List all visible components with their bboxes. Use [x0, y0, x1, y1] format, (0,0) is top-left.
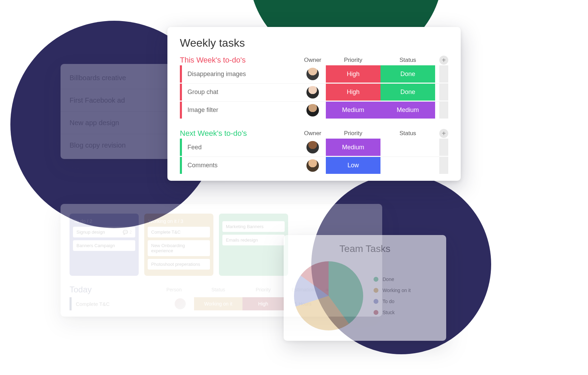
status-cell[interactable] — [380, 139, 435, 156]
legend-item: Working on it — [374, 288, 411, 293]
today-col-header-person: Person — [166, 287, 194, 292]
legend-dot-icon — [374, 310, 378, 315]
task-name: Comments — [182, 157, 300, 174]
avatar[interactable] — [306, 86, 319, 99]
legend-item: Done — [374, 276, 411, 282]
legend-item: Stuck — [374, 310, 411, 315]
today-task-name: Complete T&C — [72, 301, 166, 307]
task-row[interactable]: Group chat High Done — [180, 83, 448, 101]
col-header-priority: Priority — [326, 57, 380, 64]
avatar[interactable] — [306, 159, 319, 172]
row-tail — [439, 157, 448, 174]
team-tasks-pie-chart — [294, 261, 363, 330]
task-row[interactable]: Feed Medium — [180, 139, 448, 156]
task-name: Image filter — [182, 102, 300, 119]
priority-cell[interactable]: Medium — [326, 102, 380, 119]
kanban-task[interactable]: Signup design 💬 2 — [73, 227, 135, 237]
legend-label: To do — [383, 299, 394, 304]
today-section-title: Today — [70, 285, 166, 294]
team-tasks-title: Team Tasks — [294, 243, 436, 254]
priority-cell[interactable]: Medium — [326, 139, 380, 156]
status-cell[interactable]: Done — [380, 84, 435, 101]
legend-dot-icon — [374, 299, 378, 304]
status-cell[interactable]: Medium — [380, 102, 435, 119]
avatar[interactable] — [306, 104, 319, 116]
col-header-status: Status — [380, 57, 435, 64]
task-row[interactable]: Disappearing images High Done — [180, 65, 448, 83]
kanban-task[interactable]: New Onboarding experience — [148, 240, 210, 256]
add-column-button[interactable]: + — [439, 129, 448, 138]
row-tail — [439, 139, 448, 156]
kanban-task[interactable]: Banners Campaign — [73, 240, 135, 251]
legend-dot-icon — [374, 288, 378, 293]
section-title-this-week: This Week's to-do's — [180, 56, 300, 65]
kanban-col-working[interactable]: Working on it / 3 Complete T&C New Onboa… — [144, 214, 213, 276]
task-name: Group chat — [182, 84, 300, 101]
kanban-task-label: Signup design — [76, 229, 105, 235]
col-header-status: Status — [380, 130, 435, 137]
task-row[interactable]: Comments Low — [180, 157, 448, 174]
today-col-header-priority: Priority — [242, 287, 284, 292]
legend-label: Working on it — [383, 288, 411, 293]
col-header-priority: Priority — [326, 130, 380, 137]
legend-dot-icon — [374, 277, 378, 282]
kanban-col-title: To do / 2 — [74, 218, 92, 224]
priority-cell[interactable]: Low — [326, 157, 380, 174]
status-badge[interactable]: Working on it — [194, 297, 242, 310]
team-tasks-card: Team Tasks Done Working on it To do Stuc… — [284, 235, 446, 341]
weekly-tasks-card: Weekly tasks This Week's to-do's Owner P… — [167, 27, 461, 181]
task-row[interactable]: Image filter Medium Medium — [180, 101, 448, 119]
kanban-task-comment-count: 2 — [129, 230, 132, 235]
status-cell[interactable] — [380, 157, 435, 174]
kanban-col-done[interactable]: Marketing Banners Emails redesign — [219, 214, 288, 276]
priority-cell[interactable]: High — [326, 65, 380, 83]
kanban-col-todo[interactable]: To do / 2 Signup design 💬 2 Banners Camp… — [70, 214, 139, 276]
kanban-task[interactable]: Complete T&C — [148, 227, 210, 237]
row-tail — [439, 102, 448, 119]
team-tasks-legend: Done Working on it To do Stuck — [374, 276, 411, 315]
status-cell[interactable]: Done — [380, 65, 435, 83]
task-name: Feed — [182, 139, 300, 156]
legend-label: Done — [383, 276, 394, 282]
priority-cell[interactable]: High — [326, 84, 380, 101]
col-header-owner: Owner — [300, 57, 326, 64]
weekly-title: Weekly tasks — [180, 37, 448, 49]
row-tail — [439, 65, 448, 83]
add-column-button[interactable]: + — [439, 56, 448, 65]
legend-item: To do — [374, 299, 411, 304]
priority-badge[interactable]: High — [242, 297, 284, 310]
kanban-task[interactable]: Emails redesign — [222, 235, 285, 245]
avatar[interactable] — [306, 68, 319, 80]
avatar[interactable] — [175, 298, 186, 309]
avatar[interactable] — [306, 141, 319, 153]
row-tail — [439, 84, 448, 101]
legend-label: Stuck — [383, 310, 395, 315]
task-name: Disappearing images — [182, 65, 300, 83]
kanban-task[interactable]: Marketing Banners — [222, 221, 285, 232]
kanban-col-title: Working on it / 3 — [148, 218, 183, 224]
kanban-task[interactable]: Photoshoot preperations — [148, 259, 210, 270]
col-header-owner: Owner — [300, 130, 326, 137]
today-col-header-status: Status — [194, 287, 242, 292]
section-title-next-week: Next Week's to-do's — [180, 129, 300, 138]
